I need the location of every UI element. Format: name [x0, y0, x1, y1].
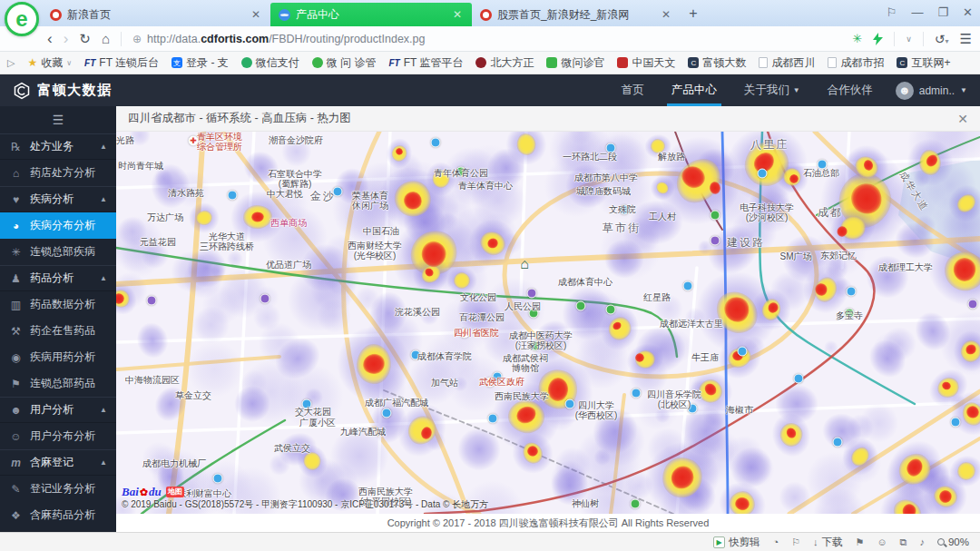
close-button[interactable]: ✕	[963, 4, 973, 22]
browser-tab[interactable]: 产品中心✕	[270, 3, 472, 26]
virus-icon: ✳	[9, 246, 23, 259]
sidebar-item[interactable]: ♟药品分析▲	[0, 265, 116, 291]
speaker-item[interactable]: ♪	[919, 536, 925, 547]
minimize-button[interactable]: —	[911, 4, 923, 22]
sidebar-item[interactable]: ◕疾病分布分析	[0, 212, 116, 239]
sidebar-item[interactable]: ℞处方业务▲	[0, 133, 116, 160]
sidebar-item-label: 处方业务	[30, 139, 74, 154]
browser-logo-icon[interactable]: e	[5, 2, 39, 36]
mood-item[interactable]: ☺	[877, 536, 887, 547]
home-icon: ⌂	[9, 167, 23, 180]
panel-close-icon[interactable]: ✕	[957, 112, 968, 126]
user-menu[interactable]: ☻ admin.. ▼	[887, 82, 980, 100]
flask-icon: ♟	[9, 272, 23, 285]
forward-icon[interactable]: ›	[64, 31, 69, 46]
bookmark-item[interactable]: FTFT 监管平台	[388, 55, 463, 71]
divider	[923, 32, 924, 46]
app-logo[interactable]: 富顿大数据	[13, 82, 113, 100]
adblock-icon[interactable]: ✳	[852, 32, 862, 45]
bookmark-item[interactable]: FTFT 连锁后台	[84, 55, 159, 71]
tab-close-icon[interactable]: ✕	[660, 8, 672, 21]
sidebar-item[interactable]: ☺用户分布分析	[0, 423, 116, 449]
tab-close-icon[interactable]: ✕	[250, 8, 262, 21]
sidebar-item[interactable]: ⚒药企在售药品	[0, 318, 116, 344]
nav-item[interactable]: 合作伙伴	[814, 74, 887, 106]
download-item[interactable]: ↓下载	[813, 536, 843, 549]
page-icon	[828, 57, 837, 68]
reload-icon[interactable]: ↻	[79, 32, 91, 45]
tab-strip: 新浪首页✕产品中心✕股票首页_新浪财经_新浪网✕	[42, 3, 681, 26]
proxy-flag-icon: ⚐	[791, 536, 800, 548]
bookmark-item[interactable]: 微 问 诊管	[312, 55, 377, 71]
sidebar-item[interactable]: ❖含麻药品分析	[0, 502, 116, 528]
sidebar-item[interactable]: ✎登记业务分析	[0, 476, 116, 502]
sidebar-item[interactable]: ✳连锁总部疾病	[0, 239, 116, 265]
sidebar-item[interactable]: ▥药品数据分析	[0, 291, 116, 318]
content-panel: 四川省成都市 - 循环系统 - 高血压病 - 热力图 ✕ ✚✚✚⌂光路时尚青年城…	[116, 106, 980, 532]
road-path	[377, 132, 390, 514]
heart-icon: ♥	[9, 193, 23, 206]
home-icon[interactable]: ⌂	[102, 32, 110, 45]
bookmarks-expand-icon[interactable]: ▷	[7, 57, 15, 69]
bookmark-item[interactable]: C富顿大数	[688, 55, 746, 71]
bookmark-item[interactable]: 支登录 - 支	[172, 55, 229, 71]
sidebar-item-label: 用户分布分析	[30, 428, 95, 444]
restore-button[interactable]: ❐	[937, 4, 948, 22]
divider	[121, 32, 122, 46]
sidebar-item[interactable]: m含麻登记▲	[0, 449, 116, 476]
quickclip-item[interactable]: ▶快剪辑	[713, 536, 760, 549]
sidebar-item-label: 药企在售药品	[30, 323, 95, 339]
history-item[interactable]: ◔	[772, 536, 779, 547]
flag-icon: ⚑	[9, 378, 23, 390]
ft-icon: FT	[84, 58, 95, 68]
undo-icon[interactable]: ↺▾	[935, 32, 949, 46]
chevron-down-icon[interactable]: ∨	[906, 34, 912, 44]
browser-tab[interactable]: 股票首页_新浪财经_新浪网✕	[472, 3, 681, 26]
nav-item[interactable]: 关于我们▼	[730, 74, 814, 106]
road-path	[344, 132, 479, 514]
tab-close-icon[interactable]: ✕	[451, 8, 464, 21]
sidebar-item[interactable]: ◉疾病用药分析	[0, 344, 116, 370]
sidebar-item[interactable]: ⌂药店处方分析	[0, 160, 116, 186]
bookmark-item[interactable]: 微信支付	[241, 55, 299, 71]
feedback-icon[interactable]: ⚐	[887, 4, 897, 22]
map-canvas[interactable]: ✚✚✚⌂光路时尚青年城清水路苑万达广场元益花园光华大道三环路跨线桥中海物流园区草…	[116, 132, 980, 514]
sidebar-toggle[interactable]: ☰	[0, 106, 116, 133]
bookmark-item[interactable]: C互联网+	[897, 55, 950, 71]
window-item[interactable]: ⧉	[900, 536, 907, 548]
zoom-item[interactable]: 90%	[937, 536, 969, 547]
page-footer: Copyright © 2017 - 2018 四川骏逸富顿科技有限公司 All…	[116, 514, 980, 532]
menu-icon[interactable]: ☰	[960, 31, 971, 47]
nav-item[interactable]: 产品中心	[658, 74, 730, 106]
road-path	[116, 357, 279, 369]
bookmark-item[interactable]: 微问诊官	[546, 55, 604, 71]
sidebar-item[interactable]: ♥疾病分析▲	[0, 186, 116, 212]
bookmark-item[interactable]: 北大方正	[475, 55, 534, 71]
chevron-up-icon: ▲	[100, 143, 107, 151]
bookmark-item[interactable]: 中国天文	[617, 55, 675, 71]
sidebar-item[interactable]: ⚑连锁总部药品	[0, 370, 116, 397]
app-logo-text: 富顿大数据	[37, 82, 113, 99]
sidebar-item-label: 登记业务分析	[30, 481, 95, 497]
back-icon[interactable]: ‹	[47, 31, 53, 46]
bookmark-item[interactable]: ★收藏∨	[27, 55, 72, 71]
sina-icon	[480, 9, 492, 21]
window-controls: ⚐ — ❐ ✕	[887, 4, 973, 22]
nav-item[interactable]: 首页	[608, 74, 658, 106]
new-tab-button[interactable]: +	[681, 3, 706, 26]
bookmark-label: FT 监管平台	[404, 55, 464, 71]
rx-icon: ℞	[9, 141, 23, 153]
sidebar-item-label: 药店处方分析	[30, 165, 95, 181]
nav-label: 关于我们	[744, 74, 789, 106]
bookmark-item[interactable]: 成都西川	[759, 55, 815, 71]
url-input[interactable]: ⊕ http://data.cdfortis.com/FBDH/routing/…	[132, 33, 841, 45]
browser-tab[interactable]: 新浪首页✕	[42, 3, 270, 26]
report-flag-icon: ⚑	[856, 536, 865, 548]
report-flag-item[interactable]: ⚑	[856, 536, 865, 548]
bookmarks-bar: ▷ ★收藏∨FTFT 连锁后台支登录 - 支微信支付微 问 诊管FTFT 监管平…	[0, 52, 980, 74]
sidebar-item[interactable]: ☻用户分析▲	[0, 397, 116, 423]
chevron-up-icon: ▲	[100, 458, 107, 467]
speed-mode-icon[interactable]	[873, 33, 883, 45]
bookmark-item[interactable]: 成都市招	[828, 55, 884, 71]
proxy-flag-item[interactable]: ⚐	[791, 536, 800, 548]
